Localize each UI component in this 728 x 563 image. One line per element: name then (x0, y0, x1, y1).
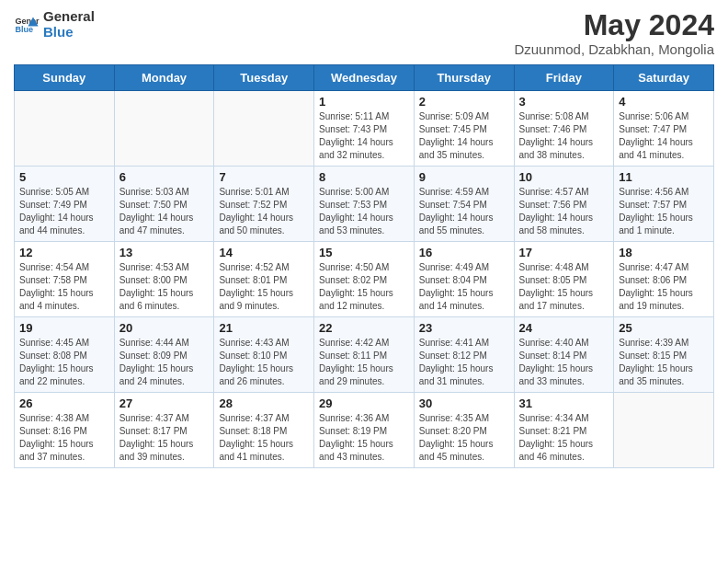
table-row: 28Sunrise: 4:37 AM Sunset: 8:18 PM Dayli… (214, 393, 314, 468)
day-number: 21 (219, 321, 309, 335)
col-wednesday: Wednesday (314, 65, 415, 91)
day-number: 29 (319, 396, 409, 410)
day-number: 18 (619, 246, 709, 259)
day-info: Sunrise: 4:42 AM Sunset: 8:11 PM Dayligh… (319, 337, 409, 388)
day-info: Sunrise: 5:11 AM Sunset: 7:43 PM Dayligh… (319, 110, 409, 162)
day-info: Sunrise: 4:48 AM Sunset: 8:05 PM Dayligh… (519, 261, 609, 313)
day-info: Sunrise: 4:44 AM Sunset: 8:09 PM Dayligh… (119, 337, 210, 388)
day-number: 7 (219, 170, 309, 184)
day-info: Sunrise: 4:37 AM Sunset: 8:18 PM Dayligh… (219, 412, 309, 464)
day-number: 23 (419, 321, 509, 335)
col-thursday: Thursday (414, 65, 514, 91)
table-row: 13Sunrise: 4:53 AM Sunset: 8:00 PM Dayli… (114, 242, 214, 317)
day-info: Sunrise: 4:59 AM Sunset: 7:54 PM Dayligh… (419, 186, 509, 237)
logo-general: General (43, 9, 95, 25)
logo-blue: Blue (43, 25, 95, 40)
day-number: 11 (619, 170, 709, 184)
day-info: Sunrise: 4:47 AM Sunset: 8:06 PM Dayligh… (619, 261, 709, 313)
day-info: Sunrise: 4:50 AM Sunset: 8:02 PM Dayligh… (319, 261, 409, 313)
day-info: Sunrise: 4:43 AM Sunset: 8:10 PM Dayligh… (219, 337, 309, 388)
day-number: 1 (319, 95, 409, 109)
day-info: Sunrise: 4:36 AM Sunset: 8:19 PM Dayligh… (319, 412, 409, 464)
table-row: 20Sunrise: 4:44 AM Sunset: 8:09 PM Dayli… (114, 317, 214, 393)
day-number: 22 (319, 321, 409, 335)
table-row: 4Sunrise: 5:06 AM Sunset: 7:47 PM Daylig… (614, 91, 714, 167)
day-info: Sunrise: 5:08 AM Sunset: 7:46 PM Dayligh… (519, 110, 609, 162)
day-number: 16 (419, 246, 509, 259)
table-row (15, 91, 115, 167)
table-row: 3Sunrise: 5:08 AM Sunset: 7:46 PM Daylig… (514, 91, 614, 167)
day-info: Sunrise: 4:49 AM Sunset: 8:04 PM Dayligh… (419, 261, 509, 313)
day-info: Sunrise: 4:37 AM Sunset: 8:17 PM Dayligh… (119, 412, 210, 464)
day-number: 13 (119, 246, 210, 259)
table-row: 5Sunrise: 5:05 AM Sunset: 7:49 PM Daylig… (15, 167, 115, 242)
table-row: 24Sunrise: 4:40 AM Sunset: 8:14 PM Dayli… (514, 317, 614, 393)
day-number: 25 (619, 321, 709, 335)
header: General Blue General Blue May 2024 Dzuun… (14, 9, 714, 57)
day-info: Sunrise: 4:34 AM Sunset: 8:21 PM Dayligh… (519, 412, 609, 464)
day-info: Sunrise: 4:54 AM Sunset: 7:58 PM Dayligh… (19, 261, 109, 313)
col-sunday: Sunday (15, 65, 115, 91)
table-row: 11Sunrise: 4:56 AM Sunset: 7:57 PM Dayli… (614, 167, 714, 242)
logo: General Blue General Blue (14, 9, 95, 40)
table-row: 29Sunrise: 4:36 AM Sunset: 8:19 PM Dayli… (314, 393, 415, 468)
table-row: 8Sunrise: 5:00 AM Sunset: 7:53 PM Daylig… (314, 167, 415, 242)
day-number: 6 (119, 170, 210, 184)
table-row: 2Sunrise: 5:09 AM Sunset: 7:45 PM Daylig… (414, 91, 514, 167)
day-info: Sunrise: 5:00 AM Sunset: 7:53 PM Dayligh… (319, 186, 409, 237)
day-info: Sunrise: 4:38 AM Sunset: 8:16 PM Dayligh… (19, 412, 109, 464)
table-row: 18Sunrise: 4:47 AM Sunset: 8:06 PM Dayli… (614, 242, 714, 317)
table-row: 14Sunrise: 4:52 AM Sunset: 8:01 PM Dayli… (214, 242, 314, 317)
day-number: 28 (219, 396, 309, 410)
table-row: 31Sunrise: 4:34 AM Sunset: 8:21 PM Dayli… (514, 393, 614, 468)
day-number: 4 (619, 95, 709, 109)
table-row: 9Sunrise: 4:59 AM Sunset: 7:54 PM Daylig… (414, 167, 514, 242)
table-row: 30Sunrise: 4:35 AM Sunset: 8:20 PM Dayli… (414, 393, 514, 468)
day-number: 2 (419, 95, 509, 109)
day-info: Sunrise: 4:35 AM Sunset: 8:20 PM Dayligh… (419, 412, 509, 464)
day-info: Sunrise: 4:56 AM Sunset: 7:57 PM Dayligh… (619, 186, 709, 237)
day-info: Sunrise: 4:40 AM Sunset: 8:14 PM Dayligh… (519, 337, 609, 388)
day-info: Sunrise: 5:05 AM Sunset: 7:49 PM Dayligh… (19, 186, 109, 237)
day-number: 19 (19, 321, 109, 335)
day-number: 15 (319, 246, 409, 259)
col-saturday: Saturday (614, 65, 714, 91)
subtitle: Dzuunmod, Dzabkhan, Mongolia (514, 41, 714, 57)
day-info: Sunrise: 5:03 AM Sunset: 7:50 PM Dayligh… (119, 186, 210, 237)
table-row: 21Sunrise: 4:43 AM Sunset: 8:10 PM Dayli… (214, 317, 314, 393)
day-number: 14 (219, 246, 309, 259)
day-number: 17 (519, 246, 609, 259)
day-number: 24 (519, 321, 609, 335)
calendar: Sunday Monday Tuesday Wednesday Thursday… (14, 64, 714, 468)
main-title: May 2024 (514, 9, 714, 41)
day-info: Sunrise: 4:41 AM Sunset: 8:12 PM Dayligh… (419, 337, 509, 388)
table-row: 6Sunrise: 5:03 AM Sunset: 7:50 PM Daylig… (114, 167, 214, 242)
day-number: 8 (319, 170, 409, 184)
col-monday: Monday (114, 65, 214, 91)
day-info: Sunrise: 4:53 AM Sunset: 8:00 PM Dayligh… (119, 261, 210, 313)
day-number: 20 (119, 321, 210, 335)
table-row: 12Sunrise: 4:54 AM Sunset: 7:58 PM Dayli… (15, 242, 115, 317)
table-row: 22Sunrise: 4:42 AM Sunset: 8:11 PM Dayli… (314, 317, 415, 393)
table-row: 17Sunrise: 4:48 AM Sunset: 8:05 PM Dayli… (514, 242, 614, 317)
table-row: 7Sunrise: 5:01 AM Sunset: 7:52 PM Daylig… (214, 167, 314, 242)
day-number: 12 (19, 246, 109, 259)
table-row: 27Sunrise: 4:37 AM Sunset: 8:17 PM Dayli… (114, 393, 214, 468)
day-info: Sunrise: 4:52 AM Sunset: 8:01 PM Dayligh… (219, 261, 309, 313)
day-number: 27 (119, 396, 210, 410)
table-row: 15Sunrise: 4:50 AM Sunset: 8:02 PM Dayli… (314, 242, 415, 317)
page: General Blue General Blue May 2024 Dzuun… (0, 0, 728, 563)
title-block: May 2024 Dzuunmod, Dzabkhan, Mongolia (514, 9, 714, 57)
table-row (614, 393, 714, 468)
table-row: 1Sunrise: 5:11 AM Sunset: 7:43 PM Daylig… (314, 91, 415, 167)
col-friday: Friday (514, 65, 614, 91)
day-number: 31 (519, 396, 609, 410)
col-tuesday: Tuesday (214, 65, 314, 91)
day-info: Sunrise: 5:09 AM Sunset: 7:45 PM Dayligh… (419, 110, 509, 162)
day-number: 10 (519, 170, 609, 184)
logo-icon: General Blue (14, 12, 40, 38)
table-row (114, 91, 214, 167)
svg-text:Blue: Blue (15, 25, 33, 34)
day-info: Sunrise: 4:57 AM Sunset: 7:56 PM Dayligh… (519, 186, 609, 237)
day-number: 30 (419, 396, 509, 410)
